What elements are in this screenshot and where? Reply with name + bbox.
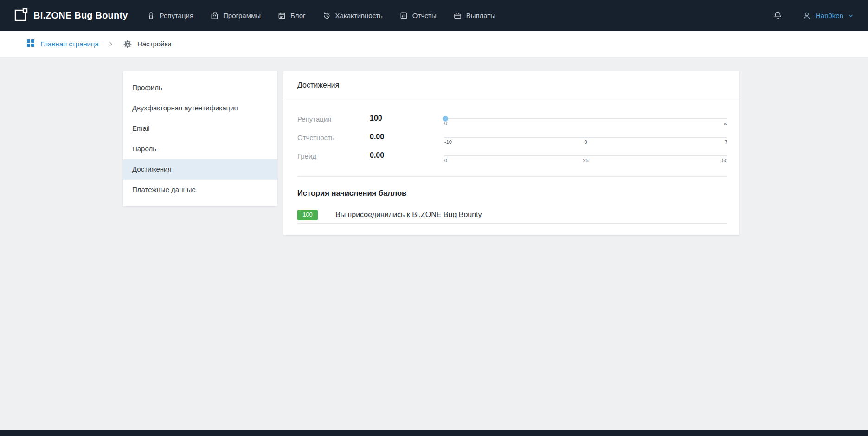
nav-item-programs[interactable]: Программы [210, 11, 261, 20]
payments-icon [453, 11, 462, 20]
metric-row-reputation: Репутация 100 0 ∞ [297, 114, 727, 133]
scale-mid: 25 [583, 158, 588, 163]
nav-item-label: Хакактивность [335, 12, 383, 19]
breadcrumb: Главная страница Настройки [0, 31, 868, 57]
main-content: Профиль Двухфакторная аутентификация Ema… [0, 57, 868, 430]
nav-item-label: Блог [290, 12, 305, 19]
menu-item-password[interactable]: Пароль [123, 139, 277, 159]
gear-icon [123, 39, 132, 49]
menu-item-payment-details[interactable]: Платежные данные [123, 180, 277, 200]
slider-track [444, 155, 727, 156]
reporting-slider[interactable]: -10 0 7 [444, 133, 727, 149]
achievements-card: Достижения Репутация 100 0 ∞ [283, 71, 739, 235]
menu-item-achievements[interactable]: Достижения [123, 159, 277, 180]
brand-title: BI.ZONE Bug Bounty [33, 10, 128, 21]
scale-min: -10 [444, 139, 452, 145]
programs-icon [210, 11, 219, 20]
nav-item-label: Отчеты [412, 12, 437, 19]
metric-value: 0.00 [370, 133, 444, 141]
nav-item-hacktivity[interactable]: Хакактивность [322, 11, 383, 20]
user-menu[interactable]: Han0ken [802, 11, 854, 20]
main-nav: Репутация Программы Блог [147, 11, 495, 20]
menu-item-two-factor[interactable]: Двухфакторная аутентификация [123, 98, 277, 118]
scale-mid: 0 [584, 139, 587, 145]
scale-min: 0 [444, 121, 447, 126]
hacktivity-icon [322, 11, 331, 20]
points-badge: 100 [297, 210, 318, 220]
settings-menu-card: Профиль Двухфакторная аутентификация Ema… [123, 71, 277, 206]
slider-scale: 0 ∞ [444, 121, 727, 127]
breadcrumb-home-link[interactable]: Главная страница [26, 38, 99, 49]
grade-slider[interactable]: 0 25 50 [444, 151, 727, 168]
reputation-slider[interactable]: 0 ∞ [444, 114, 727, 131]
breadcrumb-home-label: Главная страница [40, 40, 99, 48]
reputation-icon [147, 11, 155, 20]
scale-min: 0 [444, 158, 447, 163]
slider-scale: 0 25 50 [444, 158, 727, 164]
metrics-section: Репутация 100 0 ∞ Отчетность 0.00 [283, 100, 739, 176]
footer-strip [0, 430, 868, 436]
metric-row-grade: Грейд 0.00 0 25 50 [297, 151, 727, 170]
nav-item-reports[interactable]: Отчеты [399, 11, 437, 20]
nav-item-reputation[interactable]: Репутация [147, 11, 193, 20]
scale-max: 50 [722, 158, 727, 163]
bizone-logo-icon [14, 8, 28, 24]
history-item-text: Вы присоединились к Bi.ZONE Bug Bounty [335, 211, 482, 219]
dashboard-icon [26, 38, 35, 49]
chevron-down-icon [848, 13, 854, 19]
breadcrumb-current-label: Настройки [137, 40, 172, 48]
breadcrumb-separator-icon [108, 41, 114, 47]
menu-item-email[interactable]: Email [123, 118, 277, 139]
metric-label: Репутация [297, 114, 370, 123]
menu-item-profile[interactable]: Профиль [123, 77, 277, 98]
metric-label: Отчетность [297, 133, 370, 141]
metric-row-reporting: Отчетность 0.00 -10 0 7 [297, 133, 727, 151]
slider-scale: -10 0 7 [444, 139, 727, 146]
history-row: 100 Вы присоединились к Bi.ZONE Bug Boun… [297, 198, 727, 224]
history-title: История начисления баллов [297, 176, 727, 198]
breadcrumb-current: Настройки [123, 39, 172, 49]
nav-item-blog[interactable]: Блог [277, 11, 305, 20]
blog-icon [277, 11, 286, 20]
brand[interactable]: BI.ZONE Bug Bounty [14, 8, 128, 24]
username: Han0ken [816, 12, 843, 19]
slider-track [444, 118, 727, 119]
card-title: Достижения [283, 71, 739, 100]
slider-track [444, 137, 727, 138]
notifications-bell-icon[interactable] [773, 11, 783, 20]
metric-value: 0.00 [370, 151, 444, 160]
nav-item-label: Репутация [160, 12, 193, 19]
metric-label: Грейд [297, 151, 370, 160]
scale-max: ∞ [724, 121, 727, 126]
nav-item-label: Выплаты [466, 12, 495, 19]
nav-item-payments[interactable]: Выплаты [453, 11, 495, 20]
scale-max: 7 [725, 139, 727, 145]
user-icon [802, 11, 811, 20]
metric-value: 100 [370, 114, 444, 122]
top-navbar: BI.ZONE Bug Bounty Репутация Программы [0, 0, 868, 31]
nav-item-label: Программы [223, 12, 261, 19]
reports-icon [399, 11, 408, 20]
navbar-right: Han0ken [773, 11, 854, 20]
page: BI.ZONE Bug Bounty Репутация Программы [0, 0, 868, 436]
